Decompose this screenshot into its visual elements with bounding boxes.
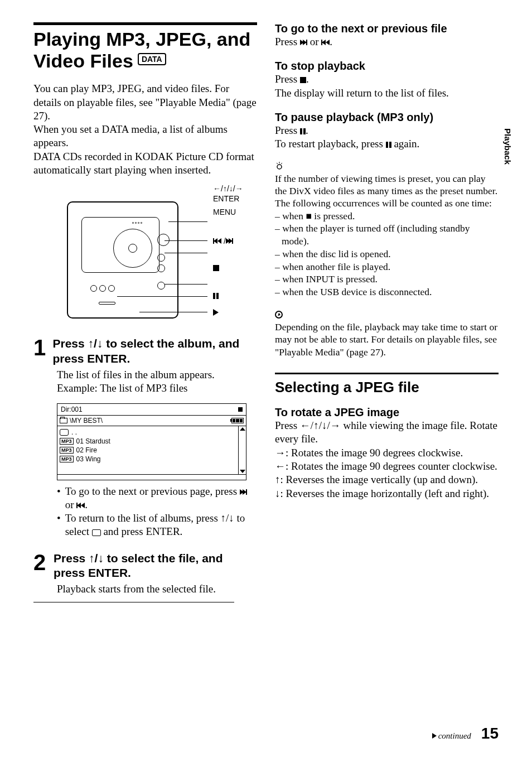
illus-label-play	[213, 308, 219, 316]
up-folder-icon	[92, 529, 101, 536]
player-illustration: ←/↑/↓/→ ENTER MENU /	[67, 185, 251, 324]
list-item: MP301 Stardust	[60, 437, 236, 445]
list-item: MP303 Wing	[60, 455, 236, 463]
tip-intro: If the number of viewing times is preset…	[275, 172, 499, 210]
step-1-number: 1	[33, 336, 47, 359]
rotate-r3: ↑: Reverses the image vertically (up and…	[275, 473, 499, 486]
illus-label-enter: ENTER	[213, 195, 239, 202]
mp3-tag-icon: MP3	[60, 438, 74, 445]
scroll-down-icon	[240, 470, 245, 473]
fb-path-text: \MY BEST\	[70, 417, 103, 425]
fb-list: . . MP301 Stardust MP302 Fire MP303 Wing	[57, 426, 238, 474]
step-1-body: The list of files in the album appears. …	[57, 368, 257, 396]
tip-list: – when ■ is pressed. – when the player i…	[275, 210, 499, 298]
scroll-up-icon	[240, 427, 245, 431]
intro-paragraph-3: DATA CDs recorded in KODAK Picture CD fo…	[33, 150, 257, 177]
tip-item: – when ■ is pressed.	[275, 210, 499, 223]
tip-item: – when INPUT is pressed.	[275, 273, 499, 286]
list-item: . .	[60, 428, 236, 436]
page-number: 15	[481, 725, 499, 742]
tip-item: – when another file is played.	[275, 261, 499, 273]
illus-label-prevnext: /	[213, 237, 233, 245]
page-footer: continued 15	[432, 725, 499, 742]
section-next-prev: To go to the next or previous file	[275, 22, 499, 35]
step-2: 2 Press ↑/↓ to select the file, and pres…	[33, 551, 257, 581]
section-pause-line2: To restart playback, press again.	[275, 137, 499, 151]
section-tab: Playback	[503, 128, 512, 165]
illus-label-stop	[213, 264, 219, 272]
tip-item: – when the disc lid is opened.	[275, 248, 499, 261]
tip-item: – when the USB device is disconnected.	[275, 286, 499, 298]
note-block: Depending on the file, playback may take…	[275, 311, 499, 358]
subsection-title: Selecting a JPEG file	[275, 379, 499, 396]
continued-label: continued	[438, 731, 471, 740]
rotate-r2: ←: Rotates the image 90 degrees counter …	[275, 460, 499, 473]
svg-line-3	[281, 163, 282, 164]
rotate-r4: ↓: Reverses the image horizontally (left…	[275, 487, 499, 500]
section-pause-line1: Press .	[275, 124, 499, 137]
data-badge: DATA	[138, 53, 166, 65]
mp3-tag-icon: MP3	[60, 447, 74, 454]
step-1: 1 Press ↑/↓ to select the album, and pre…	[33, 336, 257, 366]
illus-label-menu: MENU	[213, 208, 236, 216]
illus-label-arrows: ←/↑/↓/→	[213, 185, 243, 192]
folder-icon	[60, 418, 67, 423]
step-2-heading: Press ↑/↓ to select the file, and press …	[54, 551, 257, 581]
subsection-rule	[275, 373, 499, 374]
step-2-number: 2	[33, 551, 48, 573]
intro-paragraph-1: You can play MP3, JPEG, and video files.…	[33, 82, 257, 123]
section-stop-line2: The display will return to the list of f…	[275, 86, 499, 100]
note-icon	[275, 311, 283, 319]
rotate-r1: →: Rotates the image 90 degrees clockwis…	[275, 446, 499, 460]
list-item: MP302 Fire	[60, 446, 236, 454]
up-folder-icon	[60, 429, 69, 436]
right-column: To go to the next or previous file Press…	[275, 22, 499, 602]
section-rotate: To rotate a JPEG image	[275, 406, 499, 419]
tip-item: – when the player is turned off (includi…	[275, 222, 499, 248]
tip-icon	[275, 161, 284, 170]
battery-icon	[230, 418, 244, 423]
fb-dir-label: Dir:001	[61, 406, 83, 413]
step-2-body: Playback starts from the selected file.	[57, 582, 257, 596]
fb-scrollbar	[238, 426, 246, 474]
file-browser: Dir:001 \MY BEST\ . . MP301 Stardust MP3…	[57, 403, 246, 480]
heading-rule	[33, 22, 257, 25]
left-column: Playing MP3, JPEG, and Video Files DATA …	[33, 22, 257, 602]
section-pause: To pause playback (MP3 only)	[275, 111, 499, 124]
mp3-tag-icon: MP3	[60, 456, 74, 462]
step-1-bullets: •To go to the next or previous page, pre…	[57, 485, 257, 539]
intro-paragraph-2: When you set a DATA media, a list of alb…	[33, 123, 257, 150]
rotate-line1: Press ←/↑/↓/→ while viewing the image fi…	[275, 419, 499, 446]
svg-line-2	[277, 163, 278, 164]
section-next-prev-body: Press or .	[275, 35, 499, 49]
tip-block: If the number of viewing times is preset…	[275, 161, 499, 298]
section-stop: To stop playback	[275, 60, 499, 73]
illus-label-pause	[213, 292, 219, 300]
svg-point-0	[277, 165, 282, 169]
section-stop-line1: Press .	[275, 73, 499, 86]
fb-stop-indicator	[238, 407, 243, 412]
continued-arrow-icon	[432, 733, 437, 739]
note-text: Depending on the file, playback may take…	[275, 321, 499, 358]
step-1-heading: Press ↑/↓ to select the album, and press…	[52, 336, 257, 366]
